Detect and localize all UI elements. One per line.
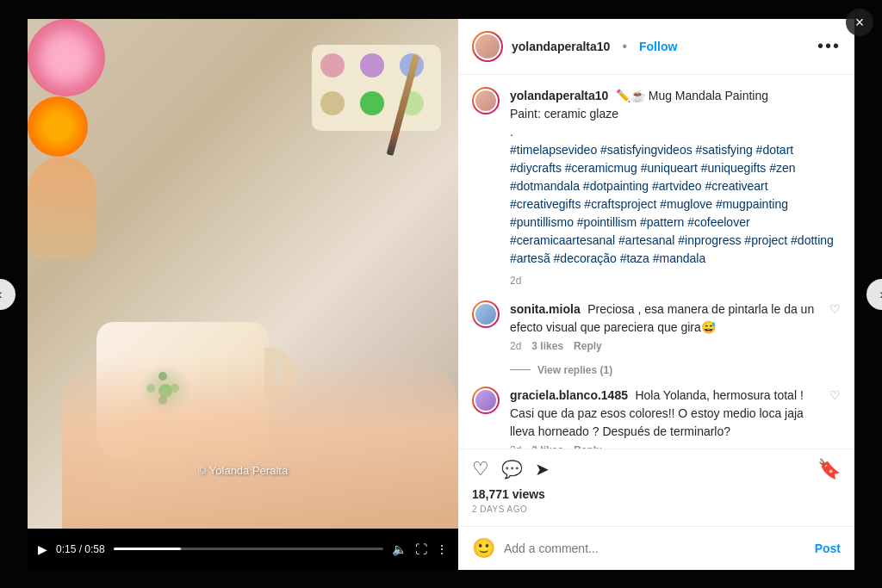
caption-username[interactable]: yolandaperalta10 (510, 89, 608, 102)
hands-area (62, 356, 458, 529)
view-replies-line (510, 369, 531, 370)
comment-icon[interactable]: 💬 (501, 459, 523, 480)
post-author-avatar[interactable] (472, 31, 503, 62)
progress-fill (114, 548, 181, 550)
emoji-button[interactable]: 🙂 (472, 537, 495, 560)
commenter-avatar-2[interactable] (472, 387, 500, 414)
caption-hashtags: #timelapsevideo #satisfyingvideos #satis… (510, 143, 834, 265)
comment-meta-1: 2d 3 likes Reply (510, 340, 819, 352)
paint-palette (312, 45, 441, 131)
play-button[interactable]: ▶ (38, 542, 47, 556)
header-separator: • (622, 39, 627, 54)
action-icons: ♡ 💬 ➤ 🔖 (472, 458, 841, 480)
commenter-username-1[interactable]: sonita.miola (510, 302, 581, 316)
hand-decoration (28, 157, 96, 260)
orange-flower-decoration (28, 96, 88, 157)
comment-input[interactable] (504, 542, 806, 555)
caption-content: yolandaperalta10 ✏️☕ Mug Mandala Paintin… (510, 87, 841, 287)
comment-time-1: 2d (510, 340, 521, 352)
caption-line2: . (510, 125, 513, 139)
share-icon[interactable]: ➤ (535, 459, 550, 480)
video-panel: © Yolanda Peralta ▶ 0:15 / 0:58 🔈 ⛶ ⋮ (28, 19, 458, 570)
view-replies-1[interactable]: View replies (1) (510, 364, 841, 376)
post-author-username[interactable]: yolandaperalta10 (512, 40, 610, 53)
paint-dot-5 (360, 91, 384, 115)
caption-timestamp: 2d (510, 275, 841, 287)
fullscreen-icon[interactable]: ⛶ (415, 542, 427, 556)
comment-item: sonita.miola Preciosa , esa manera de pi… (472, 300, 841, 352)
commenter-username-2[interactable]: graciela.blanco.1485 (510, 388, 628, 402)
comment-input-area: 🙂 Post (458, 526, 854, 570)
right-panel: yolandaperalta10 • Follow ••• yolandaper (458, 19, 854, 570)
volume-icon[interactable]: 🔈 (392, 542, 407, 556)
caption-avatar[interactable] (472, 87, 500, 115)
comment-heart-2[interactable]: ♡ (829, 388, 841, 402)
view-replies-text-1[interactable]: View replies (1) (537, 364, 612, 376)
comment-content-2: graciela.blanco.1485 Hola Yolanda, hermo… (510, 387, 819, 449)
comment-content-1: sonita.miola Preciosa , esa manera de pi… (510, 300, 819, 352)
like-icon[interactable]: ♡ (472, 458, 489, 480)
progress-bar[interactable] (114, 548, 383, 550)
copyright-text: © Yolanda Peralta (198, 464, 288, 477)
views-count: 18,771 views (472, 487, 841, 501)
post-header: yolandaperalta10 • Follow ••• (458, 19, 854, 75)
prev-arrow[interactable]: ‹ (0, 279, 16, 310)
actions-bar: ♡ 💬 ➤ 🔖 18,771 views 2 DAYS AGO (458, 449, 854, 526)
pink-plate-decoration (28, 19, 105, 96)
comment-reply-button-1[interactable]: Reply (574, 340, 602, 352)
comment-likes-1: 3 likes (531, 340, 563, 352)
time-display: 0:15 / 0:58 (56, 543, 105, 555)
next-arrow[interactable]: › (866, 279, 882, 310)
save-icon[interactable]: 🔖 (817, 458, 841, 480)
post-modal: © Yolanda Peralta ▶ 0:15 / 0:58 🔈 ⛶ ⋮ (28, 19, 854, 570)
comment-item-2: graciela.blanco.1485 Hola Yolanda, hermo… (472, 387, 841, 449)
video-art (28, 19, 458, 529)
comments-area[interactable]: yolandaperalta10 ✏️☕ Mug Mandala Paintin… (458, 75, 854, 449)
caption-title: Mug Mandala Painting (649, 89, 768, 102)
caption-icons: ✏️☕ (616, 89, 649, 102)
post-date: 2 DAYS AGO (472, 504, 841, 514)
paint-dot-1 (320, 53, 345, 77)
post-caption: yolandaperalta10 ✏️☕ Mug Mandala Paintin… (472, 87, 841, 287)
close-button[interactable]: × (846, 9, 873, 36)
modal-overlay: × ‹ (0, 0, 882, 588)
follow-button[interactable]: Follow (639, 40, 677, 53)
video-thumbnail: © Yolanda Peralta (28, 19, 458, 529)
post-comment-button[interactable]: Post (815, 542, 841, 555)
video-controls: ▶ 0:15 / 0:58 🔈 ⛶ ⋮ (28, 529, 458, 570)
paint-dot-4 (320, 91, 345, 115)
comment-heart-1[interactable]: ♡ (829, 302, 841, 316)
caption-line1: Paint: ceramic glaze (510, 107, 618, 121)
paint-dot-2 (360, 53, 384, 77)
more-options-button[interactable]: ••• (817, 36, 841, 56)
video-more-icon[interactable]: ⋮ (436, 542, 448, 556)
commenter-avatar-1[interactable] (472, 300, 500, 328)
